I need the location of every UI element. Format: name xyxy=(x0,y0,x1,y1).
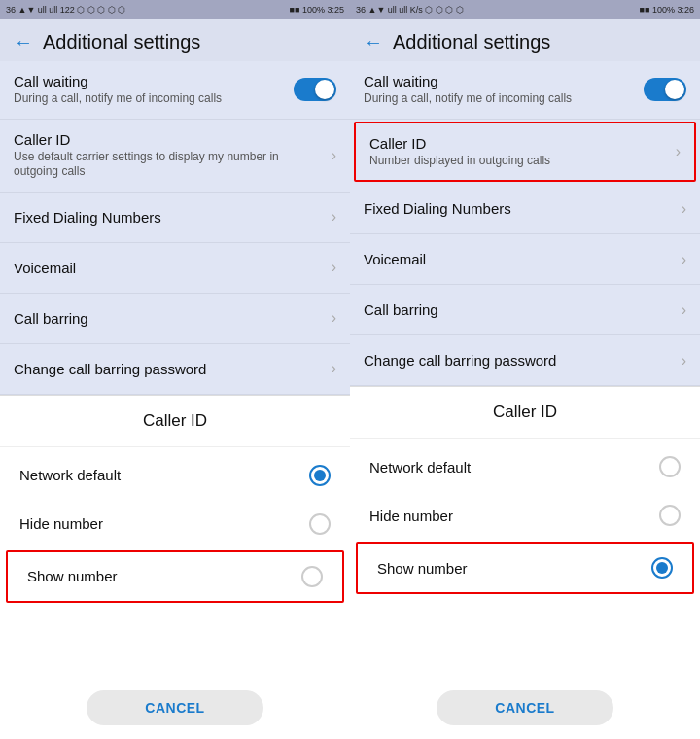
setting-label-change-barring-pwd-right: Change call barring password xyxy=(364,352,674,369)
option-label-hide-number-right: Hide number xyxy=(369,508,453,524)
setting-label-voicemail-left: Voicemail xyxy=(14,260,324,276)
page-title-left: Additional settings xyxy=(43,31,200,53)
setting-change-barring-pwd-right[interactable]: Change call barring password › xyxy=(350,335,700,386)
back-button-left[interactable]: ← xyxy=(14,31,33,53)
radio-show-number-left[interactable] xyxy=(301,566,323,587)
chevron-caller-id-left: › xyxy=(332,147,336,164)
option-label-network-default-right: Network default xyxy=(369,459,471,475)
setting-label-voicemail-right: Voicemail xyxy=(364,251,674,267)
setting-fixed-dialing-left[interactable]: Fixed Dialing Numbers › xyxy=(0,193,350,243)
status-bar-left: 36 ▲▼ ull ull 122 ⬡ ⬡ ⬡ ⬡ ⬡ ■■ 100% 3:25 xyxy=(0,0,350,19)
dialog-options-right: Network default Hide number Show number xyxy=(350,439,700,677)
settings-list-left: Call waiting During a call, notify me of… xyxy=(0,61,350,395)
settings-area-left: ← Additional settings Call waiting Durin… xyxy=(0,19,350,395)
setting-label-change-barring-pwd-left: Change call barring password xyxy=(14,361,324,377)
setting-label-call-barring-left: Call barring xyxy=(14,310,324,327)
right-panel: 36 ▲▼ ull ull K/s ⬡ ⬡ ⬡ ⬡ ■■ 100% 3:26 ←… xyxy=(350,0,700,739)
chevron-voicemail-left: › xyxy=(332,259,336,276)
setting-label-call-barring-right: Call barring xyxy=(364,301,674,318)
setting-desc-caller-id-left: Use default carrier settings to display … xyxy=(14,150,324,180)
dialog-cancel-right: CANCEL xyxy=(350,677,700,739)
chevron-caller-id-right: › xyxy=(676,143,681,160)
option-label-hide-number-left: Hide number xyxy=(19,515,103,532)
setting-fixed-dialing-right[interactable]: Fixed Dialing Numbers › xyxy=(350,184,700,234)
chevron-change-barring-pwd-right: › xyxy=(682,352,686,370)
settings-header-right: ← Additional settings xyxy=(350,19,700,61)
chevron-voicemail-right: › xyxy=(682,251,686,268)
status-left-icons-right: 36 ▲▼ ull ull K/s ⬡ ⬡ ⬡ ⬡ xyxy=(356,5,464,15)
setting-voicemail-right[interactable]: Voicemail › xyxy=(350,234,700,285)
setting-label-call-waiting-left: Call waiting xyxy=(14,73,294,89)
setting-voicemail-left[interactable]: Voicemail › xyxy=(0,243,350,294)
dialog-title-right: Caller ID xyxy=(350,387,700,439)
setting-label-fixed-dialing-left: Fixed Dialing Numbers xyxy=(14,209,324,226)
dialog-caller-id-right: Caller ID Network default Hide number Sh… xyxy=(350,386,700,739)
settings-list-right: Call waiting During a call, notify me of… xyxy=(350,61,700,386)
setting-text-call-barring-left: Call barring xyxy=(14,310,324,327)
chevron-fixed-dialing-left: › xyxy=(332,208,336,226)
setting-caller-id-right[interactable]: Caller ID Number displayed in outgoing c… xyxy=(354,122,696,183)
settings-header-left: ← Additional settings xyxy=(0,19,350,61)
cancel-button-right[interactable]: CANCEL xyxy=(437,690,612,725)
option-label-show-number-right: Show number xyxy=(377,560,468,577)
setting-text-call-waiting-right: Call waiting During a call, notify me of… xyxy=(364,73,644,107)
setting-text-caller-id-left: Caller ID Use default carrier settings t… xyxy=(14,131,324,180)
left-panel: 36 ▲▼ ull ull 122 ⬡ ⬡ ⬡ ⬡ ⬡ ■■ 100% 3:25… xyxy=(0,0,350,739)
option-network-default-right[interactable]: Network default xyxy=(350,442,700,491)
chevron-call-barring-right: › xyxy=(682,301,686,319)
setting-text-call-barring-right: Call barring xyxy=(364,301,674,318)
option-network-default-left[interactable]: Network default xyxy=(0,451,350,500)
status-right-right: ■■ 100% 3:26 xyxy=(640,5,694,15)
status-left-icons: 36 ▲▼ ull ull 122 ⬡ ⬡ ⬡ ⬡ ⬡ xyxy=(6,5,125,15)
dialog-cancel-left: CANCEL xyxy=(0,677,350,739)
setting-desc-call-waiting-right: During a call, notify me of incoming cal… xyxy=(364,91,644,107)
option-show-number-right[interactable]: Show number xyxy=(356,542,694,594)
radio-hide-number-left[interactable] xyxy=(309,513,331,535)
setting-text-call-waiting-left: Call waiting During a call, notify me of… xyxy=(14,73,294,107)
dialog-caller-id-left: Caller ID Network default Hide number Sh… xyxy=(0,395,350,739)
chevron-fixed-dialing-right: › xyxy=(682,200,686,218)
setting-caller-id-left[interactable]: Caller ID Use default carrier settings t… xyxy=(0,120,350,193)
option-hide-number-right[interactable]: Hide number xyxy=(350,491,700,540)
setting-text-voicemail-left: Voicemail xyxy=(14,260,324,276)
status-bar-right: 36 ▲▼ ull ull K/s ⬡ ⬡ ⬡ ⬡ ■■ 100% 3:26 xyxy=(350,0,700,19)
setting-label-call-waiting-right: Call waiting xyxy=(364,73,644,89)
dialog-options-left: Network default Hide number Show number xyxy=(0,447,350,677)
setting-change-barring-pwd-left[interactable]: Change call barring password › xyxy=(0,344,350,395)
radio-show-number-right[interactable] xyxy=(651,557,673,579)
radio-network-default-left[interactable] xyxy=(309,465,331,486)
setting-text-change-barring-pwd-right: Change call barring password xyxy=(364,352,674,369)
settings-area-right: ← Additional settings Call waiting Durin… xyxy=(350,19,700,386)
radio-network-default-right[interactable] xyxy=(659,456,681,477)
setting-text-fixed-dialing-right: Fixed Dialing Numbers xyxy=(364,200,674,217)
setting-text-caller-id-right: Caller ID Number displayed in outgoing c… xyxy=(369,135,668,169)
setting-call-barring-left[interactable]: Call barring › xyxy=(0,294,350,344)
option-label-show-number-left: Show number xyxy=(27,568,118,584)
dialog-title-left: Caller ID xyxy=(0,396,350,447)
option-label-network-default-left: Network default xyxy=(19,467,121,483)
setting-call-barring-right[interactable]: Call barring › xyxy=(350,285,700,335)
setting-label-caller-id-left: Caller ID xyxy=(14,131,324,148)
setting-call-waiting-right[interactable]: Call waiting During a call, notify me of… xyxy=(350,61,700,120)
toggle-call-waiting-right[interactable] xyxy=(644,78,686,101)
setting-call-waiting-left[interactable]: Call waiting During a call, notify me of… xyxy=(0,61,350,120)
setting-label-fixed-dialing-right: Fixed Dialing Numbers xyxy=(364,200,674,217)
setting-text-fixed-dialing-left: Fixed Dialing Numbers xyxy=(14,209,324,226)
setting-text-change-barring-pwd-left: Change call barring password xyxy=(14,361,324,377)
setting-desc-caller-id-right: Number displayed in outgoing calls xyxy=(369,154,668,169)
back-button-right[interactable]: ← xyxy=(364,31,383,53)
chevron-change-barring-pwd-left: › xyxy=(332,360,336,377)
chevron-call-barring-left: › xyxy=(332,309,336,327)
option-hide-number-left[interactable]: Hide number xyxy=(0,500,350,548)
page-title-right: Additional settings xyxy=(393,31,550,53)
setting-text-voicemail-right: Voicemail xyxy=(364,251,674,267)
radio-hide-number-right[interactable] xyxy=(659,505,681,526)
status-right-left: ■■ 100% 3:25 xyxy=(290,5,344,15)
toggle-call-waiting-left[interactable] xyxy=(294,78,336,101)
setting-label-caller-id-right: Caller ID xyxy=(369,135,668,152)
option-show-number-left[interactable]: Show number xyxy=(6,550,344,603)
cancel-button-left[interactable]: CANCEL xyxy=(87,690,262,725)
setting-desc-call-waiting-left: During a call, notify me of incoming cal… xyxy=(14,91,294,107)
